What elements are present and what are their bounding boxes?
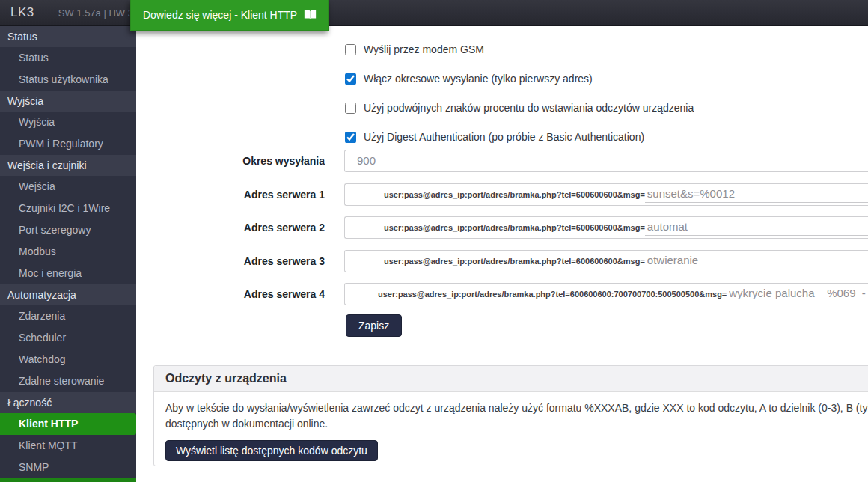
sidebar-section-lacznosc: Łączność: [0, 392, 136, 413]
sidebar-bottom-accent: [0, 478, 136, 482]
adres-serwera-4-label: Adres serwera 4: [136, 288, 325, 300]
okresowe-checkbox-label: Włącz okresowe wysyłanie (tylko pierwszy…: [364, 73, 593, 85]
adres-serwera-1-input[interactable]: [645, 187, 868, 203]
readouts-card-body: Aby w tekście do wysłania/wyświetlenia z…: [154, 392, 868, 469]
sidebar-item-status-uzytkownika[interactable]: Status użytkownika: [0, 69, 136, 91]
digest-auth-checkbox-label: Użyj Digest Authentication (po próbie z …: [364, 131, 644, 143]
save-button[interactable]: Zapisz: [346, 314, 402, 337]
section-divider: [153, 350, 868, 350]
adres-serwera-3-prefix: user:pass@adres_ip:port/adres/bramka.php…: [345, 257, 645, 266]
checkbox-row-okresowe[interactable]: Włącz okresowe wysyłanie (tylko pierwszy…: [345, 72, 593, 85]
sidebar-item-pwm-regulatory[interactable]: PWM i Regulatory: [0, 133, 136, 155]
adres-serwera-4-box: user:pass@adres_ip:port/adres/bramka.php…: [344, 283, 868, 305]
digest-auth-checkbox[interactable]: [345, 132, 356, 143]
okresowe-checkbox[interactable]: [345, 73, 356, 85]
okres-wysylania-input[interactable]: [345, 153, 868, 169]
help-tab[interactable]: Dowiedz się więcej - Klient HTTP: [130, 0, 329, 31]
sidebar-section-wejscia-czujniki: Wejścia i czujniki: [0, 155, 136, 176]
sidebar-item-klient-mqtt[interactable]: Klient MQTT: [0, 435, 136, 457]
sidebar-item-czujniki-i2c-1wire[interactable]: Czujniki I2C i 1Wire: [0, 198, 136, 219]
adres-serwera-3-label: Adres serwera 3: [136, 255, 325, 267]
field-row-adres-serwera-3: Adres serwera 3 user:pass@adres_ip:port/…: [136, 250, 868, 272]
sidebar-item-moc-energia[interactable]: Moc i energia: [0, 263, 136, 284]
firmware-version: SW 1.57a | HW 3.8: [58, 7, 141, 19]
sidebar-section-status: Status: [0, 26, 136, 47]
sidebar: Status Status Status użytkownika Wyjścia…: [0, 26, 136, 482]
open-book-icon: [304, 10, 317, 20]
gsm-checkbox-label: Wyślij przez modem GSM: [364, 43, 484, 55]
checkbox-row-digest-auth[interactable]: Użyj Digest Authentication (po próbie z …: [345, 130, 644, 144]
readouts-description-line1: Aby w tekście do wysłania/wyświetlenia z…: [165, 400, 868, 416]
okres-wysylania-box: [344, 150, 868, 172]
klient-http-form: Wyślij przez modem GSM Włącz okresowe wy…: [136, 26, 868, 482]
sidebar-item-scheduler[interactable]: Scheduler: [0, 327, 136, 349]
sidebar-section-wyjscia: Wyjścia: [0, 91, 136, 112]
adres-serwera-1-label: Adres serwera 1: [136, 189, 325, 201]
readouts-card-title: Odczyty z urządzenia: [154, 366, 868, 392]
sidebar-item-klient-http[interactable]: Klient HTTP: [0, 413, 136, 435]
adres-serwera-3-box: user:pass@adres_ip:port/adres/bramka.php…: [344, 250, 868, 272]
adres-serwera-3-input[interactable]: [645, 254, 868, 269]
adres-serwera-4-input[interactable]: [727, 287, 868, 302]
adres-serwera-4-prefix: user:pass@adres_ip:port/adres/bramka.php…: [345, 290, 727, 299]
field-row-adres-serwera-2: Adres serwera 2 user:pass@adres_ip:port/…: [136, 216, 868, 239]
sidebar-item-port-szeregowy[interactable]: Port szeregowy: [0, 219, 136, 241]
sidebar-section-automatyzacja: Automatyzacja: [0, 284, 136, 305]
readouts-card: Odczyty z urządzenia Aby w tekście do wy…: [153, 365, 868, 466]
sidebar-item-zdarzenia[interactable]: Zdarzenia: [0, 305, 136, 327]
checkbox-row-gsm[interactable]: Wyślij przez modem GSM: [345, 43, 484, 56]
podwojne-procenty-checkbox[interactable]: [345, 103, 356, 114]
adres-serwera-2-label: Adres serwera 2: [136, 222, 325, 234]
podwojne-procenty-checkbox-label: Użyj podwójnych znaków procentu do wstaw…: [364, 102, 694, 114]
checkbox-row-podwojne-procenty[interactable]: Użyj podwójnych znaków procentu do wstaw…: [345, 101, 694, 115]
sidebar-item-watchdog[interactable]: Watchdog: [0, 349, 136, 370]
sidebar-item-snmp[interactable]: SNMP: [0, 457, 136, 478]
field-row-adres-serwera-4: Adres serwera 4 user:pass@adres_ip:port/…: [136, 283, 868, 305]
adres-serwera-2-box: user:pass@adres_ip:port/adres/bramka.php…: [344, 216, 868, 239]
readouts-description-line2: dostępnych w dokumentacji online.: [165, 416, 868, 432]
field-row-adres-serwera-1: Adres serwera 1 user:pass@adres_ip:port/…: [136, 183, 868, 206]
sidebar-item-modbus[interactable]: Modbus: [0, 241, 136, 263]
sidebar-item-status[interactable]: Status: [0, 47, 136, 69]
adres-serwera-1-prefix: user:pass@adres_ip:port/adres/bramka.php…: [345, 190, 645, 199]
sidebar-item-wejscia[interactable]: Wejścia: [0, 176, 136, 198]
okres-wysylania-label: Okres wysyłania: [136, 155, 325, 167]
main-panel: Wyślij przez modem GSM Włącz okresowe wy…: [136, 26, 868, 482]
field-row-okres-wysylania: Okres wysyłania: [136, 150, 868, 172]
adres-serwera-2-input[interactable]: [645, 220, 868, 236]
sidebar-item-zdalne-sterowanie[interactable]: Zdalne sterowanie: [0, 370, 136, 392]
help-tab-label: Dowiedz się więcej - Klient HTTP: [143, 9, 297, 21]
app-brand: LK3: [10, 5, 34, 20]
gsm-checkbox[interactable]: [345, 44, 356, 55]
show-readout-codes-button[interactable]: Wyświetl listę dostępnych kodów odczytu: [165, 440, 378, 461]
adres-serwera-2-prefix: user:pass@adres_ip:port/adres/bramka.php…: [345, 223, 645, 232]
adres-serwera-1-box: user:pass@adres_ip:port/adres/bramka.php…: [344, 183, 868, 206]
sidebar-item-wyjscia[interactable]: Wyjścia: [0, 112, 136, 133]
